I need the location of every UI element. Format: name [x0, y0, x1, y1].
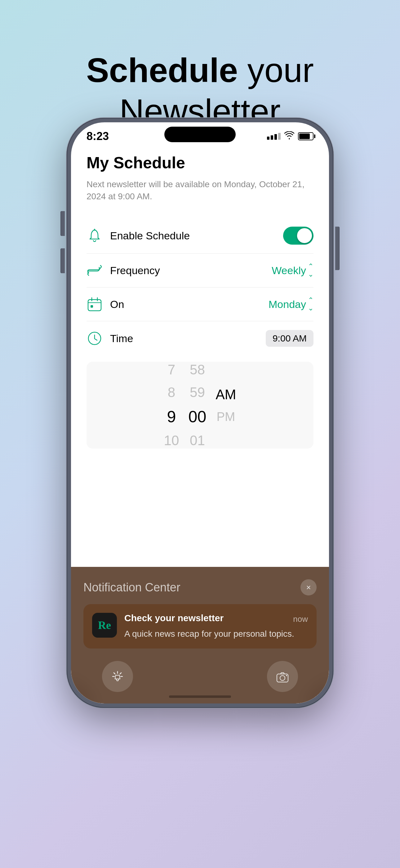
frequency-row[interactable]: Frequency Weekly ⌃⌄ — [87, 254, 313, 287]
lock-screen-buttons — [84, 661, 316, 692]
period-pm: PM — [216, 409, 235, 424]
hour-10: 10 — [164, 432, 179, 448]
frequency-label: Frequency — [110, 265, 264, 277]
enable-schedule-row: Enable Schedule — [87, 218, 313, 254]
svg-rect-1 — [91, 305, 93, 308]
time-row[interactable]: Time 9:00 AM — [87, 321, 313, 355]
app-icon: Re — [92, 613, 117, 638]
hour-8: 8 — [168, 384, 175, 401]
home-indicator — [169, 695, 231, 698]
minute-01: 01 — [190, 432, 205, 448]
svg-point-4 — [280, 676, 285, 681]
hour-7: 7 — [168, 362, 175, 378]
notification-content: Check your newsletter now A quick news r… — [124, 613, 308, 640]
frequency-chevron-icon: ⌃⌄ — [308, 262, 313, 278]
status-bar: 8:23 — [71, 122, 329, 144]
on-day-value[interactable]: Monday ⌃⌄ — [269, 296, 313, 312]
flashlight-button[interactable] — [102, 661, 133, 692]
hour-9-selected: 9 — [167, 407, 176, 426]
time-pill[interactable]: 9:00 AM — [266, 330, 313, 347]
headline-bold: Schedule — [86, 51, 238, 89]
headline-normal: your — [238, 51, 314, 89]
screen-subtitle: Next newsletter will be available on Mon… — [87, 178, 313, 203]
dynamic-island — [164, 127, 236, 142]
settings-list: Enable Schedule F — [87, 218, 313, 355]
repeat-icon — [87, 262, 103, 278]
notification-header: Notification Center × — [84, 579, 316, 595]
phone-mockup: 8:23 — [67, 118, 333, 832]
notification-overlay: Notification Center × Re Check your news… — [71, 567, 329, 704]
notification-close-button[interactable]: × — [300, 579, 316, 595]
enable-schedule-label: Enable Schedule — [110, 230, 276, 242]
wifi-icon — [284, 131, 294, 142]
notification-time: now — [293, 614, 308, 624]
app-icon-text: Re — [98, 619, 111, 632]
on-day-row[interactable]: On Monday ⌃⌄ — [87, 287, 313, 321]
screen-title: My Schedule — [87, 153, 313, 172]
minute-00-selected: 00 — [189, 407, 206, 426]
enable-schedule-toggle[interactable] — [283, 227, 313, 245]
bell-icon — [87, 227, 103, 244]
on-day-label: On — [110, 298, 261, 310]
phone-shell: 8:23 — [67, 118, 333, 708]
phone-screen: 8:23 — [71, 122, 329, 704]
status-time: 8:23 — [87, 130, 109, 143]
notification-center-title: Notification Center — [84, 581, 180, 594]
clock-icon — [87, 330, 103, 346]
battery-icon — [298, 132, 313, 140]
app-content: My Schedule Next newsletter will be avai… — [71, 144, 329, 458]
calendar-icon — [87, 296, 103, 312]
hours-column: 7 8 9 10 — [164, 362, 179, 448]
camera-button[interactable] — [267, 661, 298, 692]
notification-app-title: Check your newsletter — [124, 613, 224, 623]
status-icons — [267, 131, 313, 142]
minutes-column: 58 59 00 01 — [189, 362, 206, 448]
frequency-value[interactable]: Weekly ⌃⌄ — [272, 262, 313, 278]
signal-icon — [267, 133, 280, 140]
svg-rect-0 — [88, 300, 101, 311]
svg-point-5 — [286, 675, 287, 676]
minute-58: 58 — [190, 362, 205, 378]
on-day-chevron-icon: ⌃⌄ — [308, 296, 313, 312]
minute-59: 59 — [190, 384, 205, 401]
time-label: Time — [110, 333, 258, 345]
period-am: AM — [215, 386, 236, 403]
period-column: AM PM — [215, 386, 236, 424]
time-picker[interactable]: 7 8 9 10 58 59 00 01 AM PM — [87, 362, 313, 448]
notification-message: A quick news recap for your personal top… — [124, 628, 308, 640]
notification-card[interactable]: Re Check your newsletter now A quick new… — [84, 604, 316, 649]
